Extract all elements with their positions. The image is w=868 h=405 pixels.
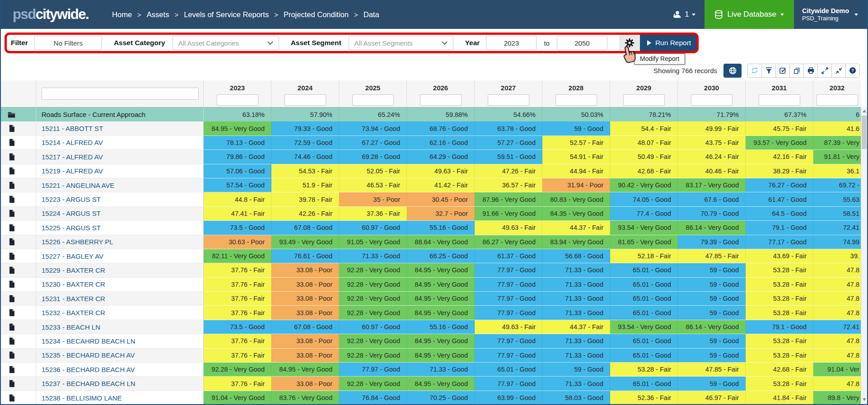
condition-cell: 43.75 - Fair: [678, 136, 746, 150]
document-icon[interactable]: [1, 192, 36, 206]
expand-button[interactable]: [817, 64, 832, 78]
scroll-down-arrow[interactable]: [861, 396, 868, 403]
condition-cell: 49.99 - Fair: [678, 121, 746, 135]
breadcrumb-item[interactable]: Levels of Service Reports: [169, 10, 269, 19]
document-icon[interactable]: [1, 164, 36, 178]
asset-link[interactable]: 15221 - ANGELINA AVE: [36, 178, 204, 192]
psd-citywide-logo[interactable]: psdcitywide.: [13, 6, 89, 23]
asset-link[interactable]: 15223 - ARGUS ST: [36, 192, 204, 206]
asset-link[interactable]: 15219 - ALFRED AV: [36, 164, 204, 178]
account-menu[interactable]: Citywide Demo PSD_Training: [794, 0, 868, 29]
document-icon[interactable]: [1, 391, 36, 404]
live-database-button[interactable]: Live Database: [705, 0, 794, 29]
print-button[interactable]: [803, 64, 818, 78]
condition-cell: 53.28 - Fair: [746, 349, 813, 363]
year-filter-input[interactable]: [623, 94, 665, 106]
vertical-scrollbar[interactable]: [861, 107, 867, 404]
document-icon[interactable]: [1, 320, 36, 334]
asset-filter-input[interactable]: [42, 88, 199, 100]
condition-cell: 76.84 - Good: [339, 391, 407, 404]
asset-link[interactable]: 15231 - BAXTER CR: [36, 292, 204, 306]
asset-link[interactable]: 15217 - ALFRED AV: [36, 150, 204, 164]
year-column-header: 2025: [365, 83, 380, 93]
asset-link[interactable]: 15224 - ARGUS ST: [36, 207, 204, 221]
select-columns-button[interactable]: [775, 64, 790, 78]
document-icon[interactable]: [1, 178, 36, 192]
asset-link[interactable]: 15232 - BAXTER CR: [36, 306, 204, 320]
year-filter-input[interactable]: [555, 94, 597, 106]
year-from-input[interactable]: [486, 36, 537, 50]
document-icon[interactable]: [1, 221, 36, 235]
breadcrumb-item[interactable]: Home: [112, 10, 132, 19]
document-icon[interactable]: [1, 136, 36, 150]
document-icon[interactable]: [1, 235, 36, 249]
document-icon[interactable]: [1, 207, 36, 221]
scroll-up-arrow[interactable]: [861, 107, 868, 115]
refresh-button[interactable]: [747, 64, 762, 78]
filter-select[interactable]: No Filters: [34, 36, 102, 50]
condition-cell: 84.95 - Very Good: [407, 349, 475, 363]
document-icon[interactable]: [1, 349, 36, 363]
asset-link[interactable]: 15233 - BEACH LN: [36, 320, 204, 334]
asset-category-value: All Asset Categories: [178, 39, 239, 47]
condition-cell: 41.84 - Fair: [746, 391, 813, 404]
asset-link[interactable]: 15211 - ABBOTT ST: [36, 121, 204, 135]
map-view-button[interactable]: [723, 64, 742, 78]
collapse-button[interactable]: [831, 64, 846, 78]
condition-cell: 74.99: [813, 235, 861, 249]
asset-link[interactable]: 15229 - BAXTER CR: [36, 263, 204, 277]
document-icon[interactable]: [1, 292, 36, 306]
asset-link[interactable]: 15226 - ASHBERRY PL: [36, 235, 204, 249]
scrollbar-thumb[interactable]: [862, 116, 867, 149]
year-filter-input[interactable]: [285, 94, 326, 106]
document-icon[interactable]: [1, 249, 36, 263]
asset-link[interactable]: 15214 - ALFRED AV: [36, 136, 204, 150]
year-filter-input[interactable]: [420, 94, 462, 106]
year-filter-input[interactable]: [217, 94, 258, 106]
asset-link[interactable]: 15236 - BECHARD BEACH AV: [36, 363, 204, 377]
condition-cell: 91.66 - Very Good: [475, 207, 542, 221]
document-icon[interactable]: [1, 377, 36, 391]
help-button[interactable]: ?: [845, 64, 860, 78]
year-columns: 2023202420252026202720282029203020312032: [204, 80, 861, 107]
document-icon[interactable]: [1, 263, 36, 277]
asset-category-select[interactable]: All Asset Categories: [173, 36, 279, 50]
asset-link[interactable]: 15235 - BECHARD BEACH AV: [36, 349, 204, 363]
condition-cell: 71.33 - Good: [407, 363, 475, 377]
to-label: to: [544, 39, 550, 47]
asset-row: 15235 - BECHARD BEACH AV37.76 - Fair33.0…: [1, 349, 861, 363]
year-filter-input[interactable]: [759, 94, 800, 106]
group-folder-cell[interactable]: [1, 107, 36, 121]
filter-button[interactable]: [761, 64, 776, 78]
document-icon[interactable]: [1, 121, 36, 135]
user-menu[interactable]: 1: [663, 0, 705, 29]
condition-cell: 92.28 - Very Good: [339, 278, 407, 292]
asset-link[interactable]: 15234 - BECAHRD BEACH LN: [36, 334, 204, 348]
document-icon[interactable]: [1, 150, 36, 164]
asset-segment-select[interactable]: All Asset Segments: [349, 36, 453, 50]
year-filter-input[interactable]: [352, 94, 394, 106]
year-column-header: 2031: [772, 83, 787, 93]
document-icon[interactable]: [1, 334, 36, 348]
breadcrumb-item[interactable]: Projected Condition: [269, 10, 349, 19]
condition-cell: 53.28 - Fair: [746, 334, 813, 348]
document-icon[interactable]: [1, 363, 36, 377]
group-row[interactable]: Roads Surface - Current Approach 63.18%5…: [1, 107, 861, 121]
document-icon[interactable]: [1, 306, 36, 320]
document-icon[interactable]: [1, 278, 36, 292]
year-filter-input[interactable]: [817, 94, 858, 106]
year-to-input[interactable]: [557, 36, 607, 50]
breadcrumb-item[interactable]: Data: [349, 10, 379, 19]
asset-link[interactable]: 15237 - BECHARD BEACH LN: [36, 377, 204, 391]
year-filter-input[interactable]: [691, 94, 733, 106]
run-report-button[interactable]: Run Report: [640, 35, 698, 51]
asset-row: 15223 - ARGUS ST44.8 - Fair39.78 - Fair3…: [1, 192, 861, 206]
asset-link[interactable]: 15230 - BAXTER CR: [36, 278, 204, 292]
year-filter-input[interactable]: [488, 94, 529, 106]
asset-link[interactable]: 15225 - ARGUS ST: [36, 221, 204, 235]
record-count: Showing 766 records: [653, 67, 717, 74]
asset-link[interactable]: 15227 - BAGLEY AV: [36, 249, 204, 263]
copy-button[interactable]: [789, 64, 804, 78]
asset-link[interactable]: 15238 - BELLISIMO LANE: [36, 391, 204, 404]
breadcrumb-item[interactable]: Assets: [132, 10, 169, 19]
